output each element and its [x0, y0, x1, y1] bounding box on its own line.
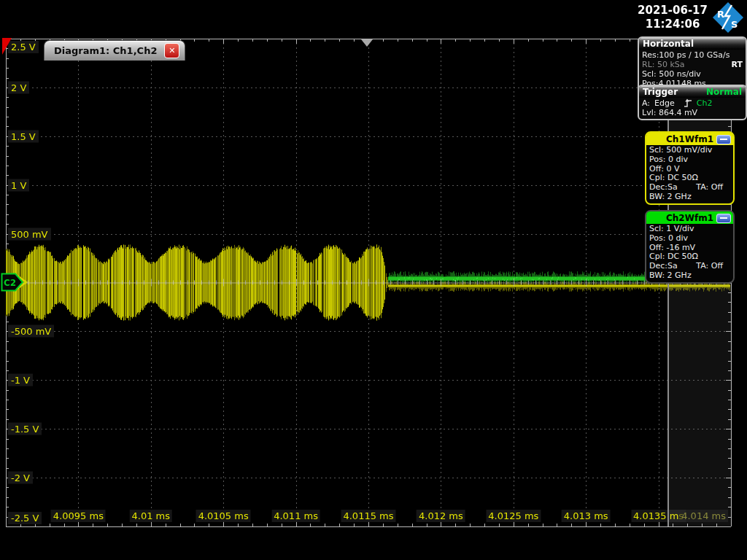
ch2-title: Ch2Wfm1 [666, 213, 713, 223]
x-axis-label: 4.0115 ms [341, 510, 395, 522]
svg-text:S: S [731, 19, 738, 30]
close-icon[interactable]: ✕ [164, 43, 179, 58]
x-axis-label: 4.0125 ms [486, 510, 541, 522]
horizontal-scale: Scl: 500 ns/div [642, 69, 743, 79]
trigger-level-flag-icon[interactable] [2, 38, 12, 55]
x-axis-label: 4.0095 ms [51, 510, 106, 522]
ch1-position: Pos: 0 div [649, 155, 730, 165]
trigger-panel-header: Trigger Normal [639, 86, 746, 98]
x-axis-label: 4.012 ms [417, 510, 465, 522]
y-axis-label: 500 mV [8, 228, 51, 240]
y-axis-label: -500 mV [8, 325, 54, 338]
ch2-scale: Scl: 1 V/div [649, 225, 730, 234]
trigger-title: Trigger [643, 86, 678, 98]
y-axis-label: 2.5 V [8, 41, 39, 53]
horizontal-panel[interactable]: Horizontal Res:100 ps / 10 GSa/s RL: 50 … [638, 36, 747, 91]
horizontal-panel-header: Horizontal [639, 38, 746, 50]
minimize-icon[interactable] [716, 135, 731, 144]
oscilloscope-screen: 2021-06-17 11:24:06 R S Diagram1: Ch1,Ch… [0, 0, 747, 560]
ch1-panel-header: Ch1Wfm1 [646, 133, 733, 145]
y-axis-label: -1.5 V [8, 423, 42, 435]
trigger-type: Edge [654, 98, 675, 108]
diagram-tab[interactable]: Diagram1: Ch1,Ch2 ✕ [44, 40, 185, 61]
datetime-display: 2021-06-17 11:24:06 [638, 4, 708, 31]
ch2-bandwidth: BW: 2 GHz [649, 271, 730, 281]
ch1-scale: Scl: 500 mV/div [649, 146, 730, 155]
x-axis-label: 4.01 ms [130, 510, 173, 522]
y-axis-label: -2.5 V [8, 512, 42, 524]
ch2-waveform-panel[interactable]: Ch2Wfm1 Scl: 1 V/div Pos: 0 div Off: -16… [645, 210, 735, 284]
ch1-trace-arithmetic: TA: Off [696, 183, 723, 192]
diagram-waveform-area[interactable] [0, 0, 747, 560]
trigger-panel[interactable]: Trigger Normal A: Edge Ch2 Lvl: 864.4 mV [638, 85, 747, 120]
time-text: 11:24:06 [638, 18, 708, 31]
trigger-position-marker-icon[interactable] [361, 39, 373, 47]
realtime-badge: RT [732, 60, 743, 69]
y-axis-label: 2 V [8, 81, 29, 93]
svg-text:R: R [717, 9, 724, 20]
y-axis-label: 1.5 V [8, 130, 39, 142]
trigger-source-label: A: [642, 98, 650, 108]
ch1-waveform-panel[interactable]: Ch1Wfm1 Scl: 500 mV/div Pos: 0 div Off: … [645, 131, 735, 205]
x-axis-label: 4.011 ms [271, 510, 320, 522]
minimize-icon[interactable] [716, 214, 731, 223]
y-axis-label: -1 V [8, 374, 33, 386]
trigger-level: Lvl: 864.4 mV [642, 108, 743, 117]
ch2-panel-header: Ch2Wfm1 [646, 211, 733, 224]
y-axis-label: 1 V [8, 179, 29, 191]
ch1-title: Ch1Wfm1 [666, 134, 713, 144]
diagram-tab-label: Diagram1: Ch1,Ch2 [54, 45, 157, 56]
ch2-trace-arithmetic: TA: Off [696, 262, 723, 271]
trigger-source: Ch2 [697, 98, 713, 108]
y-axis-label: -2 V [8, 472, 33, 484]
ch2-position: Pos: 0 div [649, 234, 730, 244]
trigger-mode: Normal [706, 86, 742, 98]
x-axis-label: 4.013 ms [562, 510, 611, 522]
rohde-schwarz-logo-icon: R S [711, 1, 745, 34]
date-text: 2021-06-17 [638, 4, 708, 18]
x-axis-label: 4.0105 ms [196, 510, 251, 522]
horizontal-resolution: Res:100 ps / 10 GSa/s [642, 50, 743, 60]
svg-text:C2: C2 [4, 278, 16, 288]
horizontal-record-length: RL: 50 kSa [642, 60, 685, 69]
ch2-ground-marker-icon[interactable]: C2 [1, 273, 24, 292]
horizontal-title: Horizontal [643, 38, 694, 50]
rising-edge-icon [684, 98, 692, 108]
ch1-bandwidth: BW: 2 GHz [649, 192, 730, 202]
